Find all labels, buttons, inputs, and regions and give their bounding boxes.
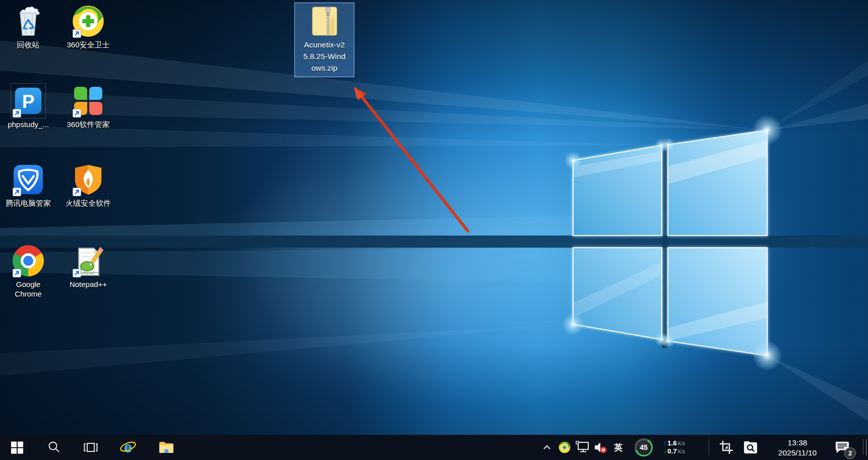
start-button[interactable] [6,435,28,460]
tray-separator [863,439,863,455]
taskbar-search-button[interactable] [43,435,65,460]
tray-separator [709,439,709,455]
shortcut-arrow-icon [73,29,81,38]
desktop-icon-huorong-security[interactable]: 火绒安全软件 [62,162,114,208]
shortcut-arrow-icon [13,269,21,277]
file-label: Acunetix-v2 5.8.25-Wind ows.zip [295,39,354,74]
search-box-icon [743,440,758,454]
svg-text:P: P [22,91,35,112]
windows-logo-icon [11,441,24,454]
desktop-icon-google-chrome[interactable]: Google Chrome [2,244,54,299]
chevron-up-icon [543,445,551,450]
internet-explorer-button[interactable]: e [117,435,139,460]
tray-overflow-button[interactable] [540,435,553,460]
desktop-icon-360-safety-guard[interactable]: 360安全卫士 [62,4,114,49]
notification-count-badge: 2 [844,447,856,459]
desktop-icon-360-software-manager[interactable]: 360软件管家 [62,84,114,129]
shortcut-arrow-icon [13,109,21,118]
svg-text:Notepad++: Notepad++ [79,270,99,275]
search-everything-button[interactable] [742,435,759,460]
desktop-icon-phpstudy[interactable]: P phpstudy_... [2,84,54,129]
icon-label: phpstudy_... [2,120,54,129]
clock-time: 13:38 [788,438,808,447]
desktop-icon-recycle-bin[interactable]: 回收站 [2,4,54,49]
icon-label: 360软件管家 [62,120,114,129]
acceleration-ball-ring: 45 [635,438,653,456]
internet-explorer-icon: e [119,439,137,455]
network-tray-button[interactable] [575,435,590,460]
file-explorer-button[interactable] [155,435,177,460]
desktop-icon-tencent-pc-manager[interactable]: 腾讯电脑管家 [2,162,54,208]
icon-label: Notepad++ [62,279,114,289]
search-icon [47,441,60,454]
icon-label: 回收站 [2,40,54,49]
file-explorer-icon [159,441,174,454]
volume-tray-button[interactable] [593,435,608,460]
upload-arrow-icon: ↑ [663,440,666,447]
desktop-file-acunetix-zip[interactable]: Acunetix-v2 5.8.25-Wind ows.zip [294,3,354,77]
volume-muted-icon [593,441,607,454]
tray-360-icon-button[interactable] [557,435,572,460]
shortcut-arrow-icon [73,269,81,277]
taskbar: e [0,435,868,460]
network-ethernet-icon [576,441,590,454]
screenshot-crop-icon [719,440,734,455]
desktop-icon-notepad-plus-plus[interactable]: Notepad++ Notepad++ [62,244,114,289]
360-tray-icon [559,441,571,453]
shortcut-arrow-icon [73,109,81,118]
shortcut-arrow-icon [13,188,21,196]
network-speed-indicator[interactable]: ↑ 1.6 K/s ↓ 0.7 K/s [663,435,702,460]
notification-center-button[interactable]: 2 [832,435,852,460]
task-view-button[interactable] [80,435,102,460]
shortcut-arrow-icon [73,188,81,196]
icon-label: Google Chrome [2,279,54,299]
clock-date: 2025/11/10 [778,448,817,457]
taskbar-clock[interactable]: 13:38 2025/11/10 [768,435,827,460]
screenshot-tool-button[interactable] [718,435,735,460]
zip-folder-icon [310,5,339,36]
icon-label: 360安全卫士 [62,40,114,49]
download-arrow-icon: ↓ [663,448,666,455]
show-desktop-strip[interactable] [866,439,866,455]
acceleration-ball[interactable]: 45 [635,435,653,460]
ime-indicator[interactable]: 英 [611,435,626,460]
task-view-icon [84,441,98,453]
desktop-wallpaper [0,0,868,460]
icon-label: 腾讯电脑管家 [2,198,54,208]
icon-label: 火绒安全软件 [62,198,114,208]
recycle-bin-icon [13,5,43,38]
